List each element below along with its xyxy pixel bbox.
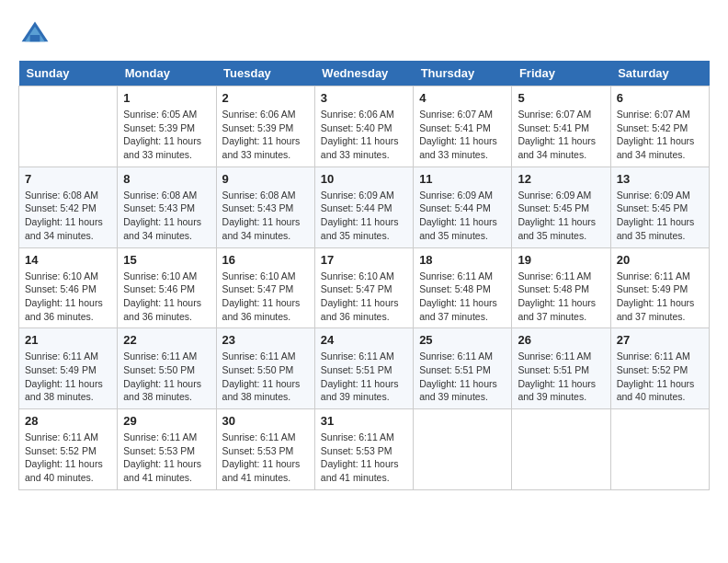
day-number: 1 bbox=[123, 91, 210, 105]
calendar-cell: 24Sunrise: 6:11 AMSunset: 5:51 PMDayligh… bbox=[314, 328, 413, 409]
calendar-cell: 22Sunrise: 6:11 AMSunset: 5:50 PMDayligh… bbox=[118, 328, 216, 409]
svg-rect-2 bbox=[30, 35, 40, 41]
day-number: 22 bbox=[123, 333, 210, 347]
calendar-cell: 5Sunrise: 6:07 AMSunset: 5:41 PMDaylight… bbox=[512, 86, 610, 167]
calendar-cell: 17Sunrise: 6:10 AMSunset: 5:47 PMDayligh… bbox=[314, 247, 413, 328]
calendar-cell: 4Sunrise: 6:07 AMSunset: 5:41 PMDaylight… bbox=[414, 86, 512, 167]
day-number: 18 bbox=[419, 253, 506, 267]
day-header-saturday: Saturday bbox=[610, 61, 709, 86]
calendar-table: SundayMondayTuesdayWednesdayThursdayFrid… bbox=[18, 61, 710, 490]
day-info: Sunrise: 6:11 AMSunset: 5:52 PMDaylight:… bbox=[25, 431, 111, 485]
calendar-cell bbox=[610, 409, 709, 490]
day-info: Sunrise: 6:10 AMSunset: 5:47 PMDaylight:… bbox=[321, 270, 407, 324]
day-number: 13 bbox=[617, 172, 703, 186]
day-info: Sunrise: 6:08 AMSunset: 5:43 PMDaylight:… bbox=[222, 189, 309, 243]
day-header-thursday: Thursday bbox=[414, 61, 512, 86]
day-info: Sunrise: 6:10 AMSunset: 5:46 PMDaylight:… bbox=[25, 270, 111, 324]
day-number: 11 bbox=[419, 172, 506, 186]
calendar-cell: 10Sunrise: 6:09 AMSunset: 5:44 PMDayligh… bbox=[314, 167, 413, 247]
day-info: Sunrise: 6:11 AMSunset: 5:50 PMDaylight:… bbox=[222, 350, 309, 404]
day-number: 26 bbox=[518, 333, 604, 347]
day-header-friday: Friday bbox=[512, 61, 610, 86]
day-info: Sunrise: 6:11 AMSunset: 5:53 PMDaylight:… bbox=[222, 431, 309, 485]
day-number: 8 bbox=[123, 172, 210, 186]
week-row-2: 7Sunrise: 6:08 AMSunset: 5:42 PMDaylight… bbox=[19, 167, 710, 247]
calendar-cell: 18Sunrise: 6:11 AMSunset: 5:48 PMDayligh… bbox=[414, 247, 512, 328]
week-row-1: 1Sunrise: 6:05 AMSunset: 5:39 PMDaylight… bbox=[19, 86, 710, 167]
calendar-cell: 30Sunrise: 6:11 AMSunset: 5:53 PMDayligh… bbox=[216, 409, 314, 490]
calendar-cell: 27Sunrise: 6:11 AMSunset: 5:52 PMDayligh… bbox=[610, 328, 709, 409]
calendar-cell: 3Sunrise: 6:06 AMSunset: 5:40 PMDaylight… bbox=[314, 86, 413, 167]
calendar-cell bbox=[512, 409, 610, 490]
day-info: Sunrise: 6:11 AMSunset: 5:53 PMDaylight:… bbox=[321, 431, 407, 485]
day-header-wednesday: Wednesday bbox=[314, 61, 413, 86]
day-number: 25 bbox=[419, 333, 506, 347]
day-info: Sunrise: 6:11 AMSunset: 5:49 PMDaylight:… bbox=[617, 270, 703, 324]
calendar-cell: 28Sunrise: 6:11 AMSunset: 5:52 PMDayligh… bbox=[19, 409, 118, 490]
calendar-cell: 11Sunrise: 6:09 AMSunset: 5:44 PMDayligh… bbox=[414, 167, 512, 247]
day-number: 19 bbox=[518, 253, 604, 267]
week-row-5: 28Sunrise: 6:11 AMSunset: 5:52 PMDayligh… bbox=[19, 409, 710, 490]
day-number: 4 bbox=[419, 91, 506, 105]
day-number: 28 bbox=[25, 414, 111, 428]
calendar-cell: 13Sunrise: 6:09 AMSunset: 5:45 PMDayligh… bbox=[610, 167, 709, 247]
day-number: 9 bbox=[222, 172, 309, 186]
logo bbox=[18, 18, 57, 52]
week-row-4: 21Sunrise: 6:11 AMSunset: 5:49 PMDayligh… bbox=[19, 328, 710, 409]
day-number: 5 bbox=[518, 91, 604, 105]
day-info: Sunrise: 6:10 AMSunset: 5:47 PMDaylight:… bbox=[222, 270, 309, 324]
day-info: Sunrise: 6:09 AMSunset: 5:44 PMDaylight:… bbox=[419, 189, 506, 243]
calendar-cell: 14Sunrise: 6:10 AMSunset: 5:46 PMDayligh… bbox=[19, 247, 118, 328]
calendar-cell: 19Sunrise: 6:11 AMSunset: 5:48 PMDayligh… bbox=[512, 247, 610, 328]
day-info: Sunrise: 6:11 AMSunset: 5:48 PMDaylight:… bbox=[518, 270, 604, 324]
day-number: 7 bbox=[25, 172, 111, 186]
day-info: Sunrise: 6:11 AMSunset: 5:51 PMDaylight:… bbox=[419, 350, 506, 404]
day-info: Sunrise: 6:11 AMSunset: 5:50 PMDaylight:… bbox=[123, 350, 210, 404]
day-number: 14 bbox=[25, 253, 111, 267]
logo-icon bbox=[18, 18, 51, 52]
day-info: Sunrise: 6:06 AMSunset: 5:40 PMDaylight:… bbox=[321, 108, 407, 162]
day-info: Sunrise: 6:08 AMSunset: 5:43 PMDaylight:… bbox=[123, 189, 210, 243]
day-info: Sunrise: 6:11 AMSunset: 5:52 PMDaylight:… bbox=[617, 350, 703, 404]
day-info: Sunrise: 6:11 AMSunset: 5:49 PMDaylight:… bbox=[25, 350, 111, 404]
day-header-sunday: Sunday bbox=[19, 61, 118, 86]
day-header-tuesday: Tuesday bbox=[216, 61, 314, 86]
day-info: Sunrise: 6:09 AMSunset: 5:45 PMDaylight:… bbox=[518, 189, 604, 243]
calendar-cell: 1Sunrise: 6:05 AMSunset: 5:39 PMDaylight… bbox=[118, 86, 216, 167]
calendar-cell: 29Sunrise: 6:11 AMSunset: 5:53 PMDayligh… bbox=[118, 409, 216, 490]
day-number: 29 bbox=[123, 414, 210, 428]
calendar-cell: 26Sunrise: 6:11 AMSunset: 5:51 PMDayligh… bbox=[512, 328, 610, 409]
calendar-cell: 8Sunrise: 6:08 AMSunset: 5:43 PMDaylight… bbox=[118, 167, 216, 247]
day-number: 30 bbox=[222, 414, 309, 428]
day-info: Sunrise: 6:11 AMSunset: 5:48 PMDaylight:… bbox=[419, 270, 506, 324]
day-info: Sunrise: 6:11 AMSunset: 5:53 PMDaylight:… bbox=[123, 431, 210, 485]
day-info: Sunrise: 6:05 AMSunset: 5:39 PMDaylight:… bbox=[123, 108, 210, 162]
calendar-cell: 21Sunrise: 6:11 AMSunset: 5:49 PMDayligh… bbox=[19, 328, 118, 409]
day-number: 24 bbox=[321, 333, 407, 347]
day-number: 17 bbox=[321, 253, 407, 267]
day-info: Sunrise: 6:08 AMSunset: 5:42 PMDaylight:… bbox=[25, 189, 111, 243]
calendar-cell: 20Sunrise: 6:11 AMSunset: 5:49 PMDayligh… bbox=[610, 247, 709, 328]
calendar-cell: 7Sunrise: 6:08 AMSunset: 5:42 PMDaylight… bbox=[19, 167, 118, 247]
day-number: 10 bbox=[321, 172, 407, 186]
calendar-cell: 6Sunrise: 6:07 AMSunset: 5:42 PMDaylight… bbox=[610, 86, 709, 167]
day-number: 21 bbox=[25, 333, 111, 347]
calendar-cell: 2Sunrise: 6:06 AMSunset: 5:39 PMDaylight… bbox=[216, 86, 314, 167]
day-number: 15 bbox=[123, 253, 210, 267]
week-row-3: 14Sunrise: 6:10 AMSunset: 5:46 PMDayligh… bbox=[19, 247, 710, 328]
day-info: Sunrise: 6:11 AMSunset: 5:51 PMDaylight:… bbox=[321, 350, 407, 404]
day-info: Sunrise: 6:10 AMSunset: 5:46 PMDaylight:… bbox=[123, 270, 210, 324]
day-info: Sunrise: 6:07 AMSunset: 5:41 PMDaylight:… bbox=[518, 108, 604, 162]
day-info: Sunrise: 6:07 AMSunset: 5:42 PMDaylight:… bbox=[617, 108, 703, 162]
calendar-cell bbox=[19, 86, 118, 167]
header-row: SundayMondayTuesdayWednesdayThursdayFrid… bbox=[19, 61, 710, 86]
calendar-cell: 12Sunrise: 6:09 AMSunset: 5:45 PMDayligh… bbox=[512, 167, 610, 247]
calendar-cell: 15Sunrise: 6:10 AMSunset: 5:46 PMDayligh… bbox=[118, 247, 216, 328]
calendar-cell: 16Sunrise: 6:10 AMSunset: 5:47 PMDayligh… bbox=[216, 247, 314, 328]
day-number: 31 bbox=[321, 414, 407, 428]
day-number: 2 bbox=[222, 91, 309, 105]
calendar-cell: 23Sunrise: 6:11 AMSunset: 5:50 PMDayligh… bbox=[216, 328, 314, 409]
day-info: Sunrise: 6:11 AMSunset: 5:51 PMDaylight:… bbox=[518, 350, 604, 404]
day-number: 3 bbox=[321, 91, 407, 105]
calendar-cell: 31Sunrise: 6:11 AMSunset: 5:53 PMDayligh… bbox=[314, 409, 413, 490]
